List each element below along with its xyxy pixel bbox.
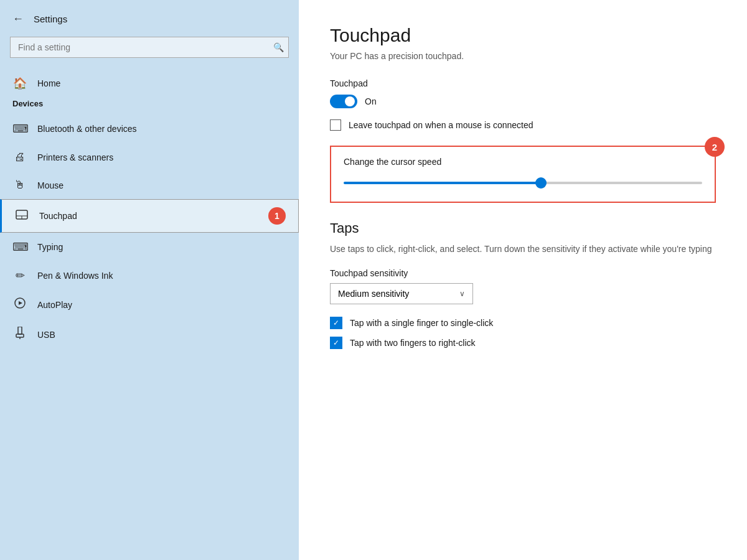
search-icon: 🔍: [273, 42, 284, 52]
leave-touchpad-label: Leave touchpad on when a mouse is connec…: [349, 120, 533, 130]
touchpad-icon: [14, 210, 29, 223]
touchpad-toggle[interactable]: [330, 95, 357, 108]
single-tap-label: Tap with a single finger to single-click: [350, 318, 493, 328]
sidebar-item-typing[interactable]: ⌨ Typing: [0, 233, 299, 261]
badge-1: 1: [268, 207, 286, 225]
settings-title: Settings: [34, 14, 67, 24]
taps-section-title: Taps: [330, 220, 716, 236]
two-finger-tap-checkbox[interactable]: ✓: [330, 337, 342, 349]
cursor-speed-slider-container: [344, 177, 702, 189]
cursor-speed-label: Change the cursor speed: [344, 157, 702, 167]
search-box: 🔍: [10, 37, 289, 58]
leave-touchpad-row: Leave touchpad on when a mouse is connec…: [330, 119, 716, 131]
badge-2: 2: [705, 137, 725, 157]
autoplay-icon: [12, 297, 27, 312]
search-input[interactable]: [10, 37, 289, 58]
toggle-thumb: [345, 96, 355, 106]
cursor-speed-box: Change the cursor speed 2: [330, 146, 716, 203]
sidebar-item-autoplay[interactable]: AutoPlay: [0, 290, 299, 319]
leave-touchpad-checkbox[interactable]: [330, 119, 341, 131]
two-finger-tap-label: Tap with two fingers to right-click: [350, 338, 476, 348]
toggle-on-label: On: [365, 96, 377, 106]
back-button[interactable]: ←: [10, 11, 26, 27]
bluetooth-label: Bluetooth & other devices: [37, 124, 137, 134]
usb-icon: [12, 327, 27, 342]
printers-icon: 🖨: [12, 151, 27, 164]
home-icon: 🏠: [12, 77, 27, 90]
sidebar-header: ← Settings: [0, 0, 299, 37]
typing-label: Typing: [37, 242, 63, 252]
chevron-down-icon: ∨: [459, 289, 465, 298]
taps-section-desc: Use taps to click, right-click, and sele…: [330, 243, 716, 256]
sidebar-item-usb[interactable]: USB: [0, 319, 299, 350]
touchpad-sensitivity-label: Touchpad sensitivity: [330, 268, 716, 278]
cursor-speed-slider-thumb[interactable]: [535, 177, 547, 189]
bluetooth-icon: ⌨: [12, 122, 27, 136]
sidebar-item-bluetooth[interactable]: ⌨ Bluetooth & other devices: [0, 114, 299, 143]
sidebar-item-pen[interactable]: ✏ Pen & Windows Ink: [0, 261, 299, 290]
usb-label: USB: [37, 330, 55, 340]
main-content: Touchpad Your PC has a precision touchpa…: [299, 0, 747, 560]
mouse-label: Mouse: [37, 180, 63, 190]
pen-icon: ✏: [12, 269, 27, 282]
typing-icon: ⌨: [12, 240, 27, 254]
autoplay-label: AutoPlay: [37, 300, 72, 310]
home-label: Home: [37, 78, 60, 88]
touchpad-setting-label: Touchpad: [330, 78, 716, 88]
page-title: Touchpad: [330, 25, 716, 46]
sensitivity-value: Medium sensitivity: [338, 289, 409, 299]
sidebar-item-home[interactable]: 🏠 Home: [0, 70, 299, 96]
pen-label: Pen & Windows Ink: [37, 271, 113, 281]
two-finger-tap-row: ✓ Tap with two fingers to right-click: [330, 337, 716, 349]
sensitivity-dropdown[interactable]: Medium sensitivity ∨: [330, 283, 473, 304]
svg-rect-6: [16, 334, 24, 337]
devices-section-label: Devices: [0, 96, 299, 114]
page-subtitle: Your PC has a precision touchpad.: [330, 51, 716, 61]
sidebar: ← Settings 🔍 🏠 Home Devices ⌨ Bluetooth …: [0, 0, 299, 560]
sidebar-item-touchpad[interactable]: Touchpad 1: [0, 199, 299, 233]
svg-rect-5: [18, 327, 22, 334]
single-tap-checkbox[interactable]: ✓: [330, 317, 342, 329]
sidebar-item-mouse[interactable]: 🖱 Mouse: [0, 171, 299, 199]
touchpad-toggle-row: On: [330, 95, 716, 108]
printers-label: Printers & scanners: [37, 152, 113, 162]
single-tap-row: ✓ Tap with a single finger to single-cli…: [330, 317, 716, 329]
touchpad-label: Touchpad: [39, 211, 77, 221]
svg-marker-4: [19, 301, 22, 305]
mouse-icon: 🖱: [12, 179, 27, 192]
sidebar-item-printers[interactable]: 🖨 Printers & scanners: [0, 143, 299, 171]
cursor-speed-slider-track: [344, 182, 702, 184]
